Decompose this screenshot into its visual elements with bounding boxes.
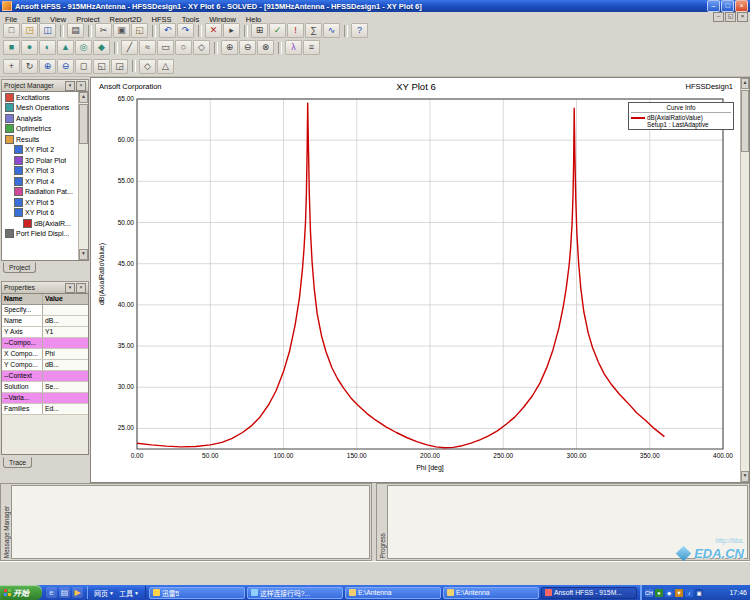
child-close-button[interactable]: × bbox=[737, 12, 748, 22]
tree-item-db-axialr[interactable]: dB(AxialR... bbox=[2, 218, 79, 229]
tree-item-3d-polar-plot[interactable]: 3D Polar Plot bbox=[2, 155, 79, 166]
close-panel-icon[interactable]: × bbox=[76, 283, 86, 293]
taskbar-task-5[interactable]: 迅雷5 bbox=[149, 587, 245, 599]
tab-project[interactable]: Project bbox=[3, 262, 36, 273]
zoom-in-icon[interactable]: ⊕ bbox=[39, 59, 56, 74]
property-row-x-compo[interactable]: X Compo...Phi bbox=[2, 349, 88, 360]
tree-item-mesh-operations[interactable]: Mesh Operations bbox=[2, 103, 79, 114]
optimetrics-icon[interactable]: ∑ bbox=[305, 23, 322, 38]
message-manager-content[interactable] bbox=[11, 485, 370, 559]
network-icon[interactable]: ▣ bbox=[695, 589, 703, 597]
tree-item-xy-plot-5[interactable]: XY Plot 5 bbox=[2, 197, 79, 208]
zoom-window-icon[interactable]: ◻ bbox=[75, 59, 92, 74]
line-icon[interactable]: ╱ bbox=[121, 40, 138, 55]
close-panel-icon[interactable]: × bbox=[76, 81, 86, 91]
mesh-overlay-icon[interactable]: ≡ bbox=[303, 40, 320, 55]
tree-item-xy-plot-4[interactable]: XY Plot 4 bbox=[2, 176, 79, 187]
plot-scrollbar[interactable]: ▲ ▼ bbox=[740, 78, 749, 482]
taskbar-clock[interactable]: 17:46 bbox=[729, 589, 747, 596]
start-button[interactable]: 开始 bbox=[0, 585, 42, 600]
print-icon[interactable]: ▤ bbox=[67, 23, 84, 38]
orient-top-icon[interactable]: △ bbox=[157, 59, 174, 74]
zoom-extents-icon[interactable]: ⊞ bbox=[251, 23, 268, 38]
select-icon[interactable]: ▸ bbox=[223, 23, 240, 38]
cone-icon[interactable]: ▲ bbox=[57, 40, 74, 55]
help-icon[interactable]: ? bbox=[351, 23, 368, 38]
scroll-up-icon[interactable]: ▲ bbox=[79, 92, 88, 103]
polyhedron-icon[interactable]: ◆ bbox=[93, 40, 110, 55]
unite-icon[interactable]: ⊕ bbox=[221, 40, 238, 55]
taskbar-band-item[interactable]: 网页▼ bbox=[94, 588, 114, 598]
messenger-icon[interactable]: ◆ bbox=[665, 589, 673, 597]
taskbar-task-ansoft-hfss-915m[interactable]: Ansoft HFSS - 915M... bbox=[541, 587, 637, 599]
scroll-thumb[interactable] bbox=[741, 90, 749, 152]
copy-icon[interactable]: ▣ bbox=[113, 23, 130, 38]
property-row-specify[interactable]: Specify... bbox=[2, 305, 88, 316]
polygon-icon[interactable]: ◇ bbox=[193, 40, 210, 55]
property-row-compo[interactable]: --Compo... bbox=[2, 338, 88, 349]
close-button[interactable]: × bbox=[735, 0, 748, 12]
media-player-icon[interactable]: ▶ bbox=[72, 587, 83, 598]
tree-item-port-field-displ[interactable]: Port Field Displ... bbox=[2, 229, 79, 240]
zoom-out-icon[interactable]: ⊖ bbox=[57, 59, 74, 74]
antivirus-icon[interactable]: ● bbox=[655, 589, 663, 597]
rectangle-icon[interactable]: ▭ bbox=[157, 40, 174, 55]
scroll-down-icon[interactable]: ▼ bbox=[79, 249, 88, 260]
tree-item-radiation-pat[interactable]: Radiation Pat... bbox=[2, 187, 79, 198]
property-row-y-axis[interactable]: Y AxisY1 bbox=[2, 327, 88, 338]
taskbar-band-item[interactable]: 工具▼ bbox=[119, 588, 139, 598]
new-icon[interactable]: □ bbox=[3, 23, 20, 38]
property-row-varia[interactable]: --Varia... bbox=[2, 393, 88, 404]
property-row-name[interactable]: NamedB... bbox=[2, 316, 88, 327]
property-row-y-compo[interactable]: Y Compo...dB... bbox=[2, 360, 88, 371]
input-method-icon[interactable]: CH bbox=[645, 589, 653, 597]
tree-item-xy-plot-3[interactable]: XY Plot 3 bbox=[2, 166, 79, 177]
wave-icon[interactable]: λ bbox=[285, 40, 302, 55]
tree-item-xy-plot-6[interactable]: XY Plot 6 bbox=[2, 208, 79, 219]
taskbar-task-e-antenna[interactable]: E:\Antenna bbox=[345, 587, 441, 599]
tree-item-xy-plot-2[interactable]: XY Plot 2 bbox=[2, 145, 79, 156]
xy-plot-chart[interactable]: 0.0050.00100.00150.00200.00250.00300.003… bbox=[95, 93, 735, 479]
orient-iso-icon[interactable]: ◇ bbox=[139, 59, 156, 74]
subtract-icon[interactable]: ⊖ bbox=[239, 40, 256, 55]
cut-icon[interactable]: ✂ bbox=[95, 23, 112, 38]
validate-icon[interactable]: ✓ bbox=[269, 23, 286, 38]
analyze-icon[interactable]: ! bbox=[287, 23, 304, 38]
dock-menu-icon[interactable]: ▾ bbox=[65, 81, 75, 91]
spline-icon[interactable]: ≈ bbox=[139, 40, 156, 55]
show-desktop-icon[interactable]: ▤ bbox=[59, 587, 70, 598]
property-row-context[interactable]: --Context bbox=[2, 371, 88, 382]
box-icon[interactable]: ■ bbox=[3, 40, 20, 55]
paste-icon[interactable]: ◱ bbox=[131, 23, 148, 38]
open-icon[interactable]: ◳ bbox=[21, 23, 38, 38]
project-tree-scrollbar[interactable]: ▲ ▼ bbox=[78, 92, 88, 260]
scroll-up-icon[interactable]: ▲ bbox=[741, 78, 749, 89]
ie-icon[interactable]: e bbox=[46, 587, 57, 598]
undo-icon[interactable]: ↶ bbox=[159, 23, 176, 38]
tree-item-optimetrics[interactable]: Optimetrics bbox=[2, 124, 79, 135]
ellipse-icon[interactable]: ○ bbox=[175, 40, 192, 55]
scroll-thumb[interactable] bbox=[79, 104, 88, 144]
volume-icon[interactable]: ♪ bbox=[685, 589, 693, 597]
maximize-button[interactable]: □ bbox=[721, 0, 734, 12]
child-restore-button[interactable]: ◱ bbox=[725, 12, 736, 22]
download-manager-icon[interactable]: ▼ bbox=[675, 589, 683, 597]
tab-trace[interactable]: Trace bbox=[3, 457, 32, 468]
redo-icon[interactable]: ↷ bbox=[177, 23, 194, 38]
pan-icon[interactable]: + bbox=[3, 59, 20, 74]
results-icon[interactable]: ∿ bbox=[323, 23, 340, 38]
save-icon[interactable]: ◫ bbox=[39, 23, 56, 38]
minimize-button[interactable]: – bbox=[707, 0, 720, 12]
cylinder-icon[interactable]: ● bbox=[21, 40, 38, 55]
rotate-icon[interactable]: ↻ bbox=[21, 59, 38, 74]
taskbar-task-e-antenna[interactable]: E:\Antenna bbox=[443, 587, 539, 599]
dock-menu-icon[interactable]: ▾ bbox=[65, 283, 75, 293]
tree-item-results[interactable]: Results bbox=[2, 134, 79, 145]
fit-all-icon[interactable]: ◱ bbox=[93, 59, 110, 74]
torus-icon[interactable]: ◎ bbox=[75, 40, 92, 55]
fit-selected-icon[interactable]: ◲ bbox=[111, 59, 128, 74]
delete-icon[interactable]: ✕ bbox=[205, 23, 222, 38]
property-row-solution[interactable]: SolutionSe... bbox=[2, 382, 88, 393]
property-row-families[interactable]: FamiliesEd... bbox=[2, 404, 88, 415]
tree-item-excitations[interactable]: Excitations bbox=[2, 92, 79, 103]
